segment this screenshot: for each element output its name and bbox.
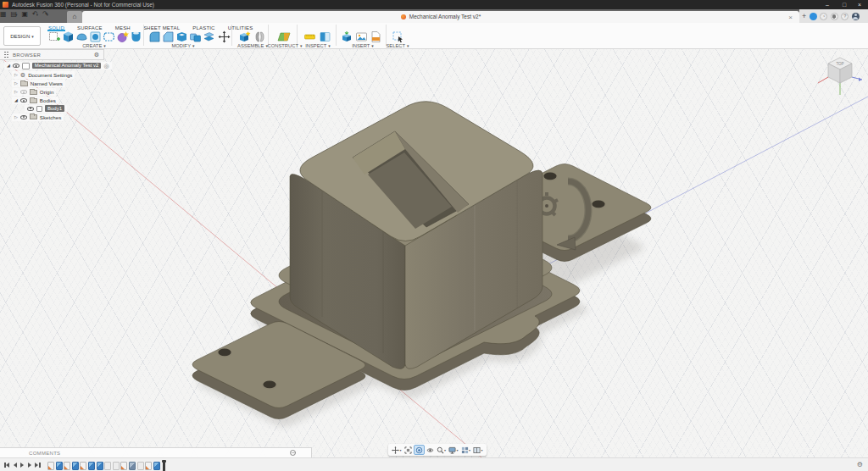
data-panel-grid-icon[interactable]: ▦ xyxy=(0,9,7,19)
chamfer-icon[interactable] xyxy=(162,30,175,43)
timeline-feature-11-hole-icon[interactable] xyxy=(129,462,136,470)
insert-derive-icon[interactable] xyxy=(341,30,353,43)
timeline-feature-3-sketch-icon[interactable] xyxy=(64,462,70,470)
display-settings[interactable]: ▾ xyxy=(448,445,459,455)
timeline-feature-7-extrude-icon[interactable] xyxy=(97,462,103,470)
create-sketch-icon[interactable] xyxy=(48,30,61,43)
collapse-icon[interactable]: ▷ xyxy=(14,71,18,79)
go-to-end-button[interactable] xyxy=(35,463,40,468)
tab-solid[interactable]: SOLID xyxy=(47,25,65,30)
timeline-settings-gear-icon[interactable]: ⚙ xyxy=(857,461,863,468)
grid-and-snaps[interactable]: ▾ xyxy=(460,445,472,455)
timeline-feature-14-extrude-icon[interactable] xyxy=(153,462,160,470)
visibility-eye-icon[interactable] xyxy=(20,98,27,103)
home-tab[interactable]: ⌂ xyxy=(67,11,82,23)
timeline-feature-6-extrude-icon[interactable] xyxy=(88,462,95,470)
row-label[interactable]: Named Views xyxy=(31,80,63,86)
timeline-feature-9-plane-icon[interactable] xyxy=(113,462,120,470)
redo-icon[interactable]: ↷▾ xyxy=(42,9,48,20)
coil-icon[interactable] xyxy=(116,30,129,43)
row-label[interactable]: Sketches xyxy=(40,114,61,120)
collapse-icon[interactable]: ▷ xyxy=(14,80,18,87)
browser-row-sketches[interactable]: ▷ Sketches xyxy=(12,114,64,121)
job-status-icon[interactable] xyxy=(810,13,817,20)
3d-viewport[interactable] xyxy=(0,49,868,471)
construct-plane-icon[interactable] xyxy=(276,30,292,43)
close-tab-icon[interactable]: × xyxy=(788,14,793,21)
extrude-icon[interactable] xyxy=(62,30,75,43)
new-component-icon[interactable] xyxy=(238,30,251,43)
select-group-label[interactable]: SELECT xyxy=(379,43,416,48)
combine-icon[interactable] xyxy=(189,30,202,43)
insert-image-icon[interactable] xyxy=(355,30,368,43)
browser-row-root[interactable]: ◢ Mechanical Anomaly Test v2 ◎ xyxy=(4,62,112,69)
hole-icon[interactable] xyxy=(130,30,142,43)
browser-row-body1[interactable]: Body1 xyxy=(25,105,67,113)
timeline-position-marker[interactable] xyxy=(163,461,165,471)
timeline-feature-1-sketch-icon[interactable] xyxy=(47,462,54,470)
maximize-button[interactable]: □ xyxy=(837,1,851,8)
tab-plastic[interactable]: PLASTIC xyxy=(192,25,215,30)
timeline-feature-12-plane-icon[interactable] xyxy=(137,462,144,470)
revolve-icon[interactable] xyxy=(89,30,102,43)
insert-dxf-icon[interactable] xyxy=(370,30,382,43)
browser-row-named-views[interactable]: ▷ Named Views xyxy=(12,80,65,87)
section-analysis-icon[interactable] xyxy=(319,30,331,43)
row-label[interactable]: Origin xyxy=(40,89,54,95)
expand-icon[interactable]: ◢ xyxy=(7,62,10,69)
look-at-tool[interactable] xyxy=(426,445,435,455)
close-button[interactable]: × xyxy=(853,1,866,8)
measure-icon[interactable] xyxy=(303,30,316,43)
body1-label[interactable]: Body1 xyxy=(45,105,64,112)
timeline-feature-2-extrude-icon[interactable] xyxy=(56,462,63,470)
create-group-label[interactable]: CREATE xyxy=(72,43,116,48)
timeline-feature-13-sketch-icon[interactable] xyxy=(145,462,152,470)
offset-face-icon[interactable] xyxy=(203,30,215,43)
browser-row-origin[interactable]: ▷ Origin xyxy=(12,88,56,96)
joint-icon[interactable] xyxy=(253,30,266,43)
expand-icon[interactable]: ◢ xyxy=(14,97,18,104)
pan-tool[interactable]: ▾ xyxy=(391,445,403,455)
play-button[interactable] xyxy=(20,463,24,468)
form-icon[interactable] xyxy=(75,30,88,43)
visibility-eye-icon[interactable] xyxy=(20,115,27,119)
clock-icon[interactable]: ◔ xyxy=(820,13,827,20)
timeline-feature-4-extrude-icon[interactable] xyxy=(72,462,79,470)
new-tab-button[interactable]: + xyxy=(802,12,806,20)
tab-mesh[interactable]: MESH xyxy=(114,25,131,30)
collapse-icon[interactable]: ▷ xyxy=(14,88,18,96)
minimize-button[interactable]: – xyxy=(821,1,834,8)
fit-tool[interactable] xyxy=(403,445,413,455)
modify-group-label[interactable]: MODIFY xyxy=(161,43,205,48)
insert-group-label[interactable]: INSERT xyxy=(343,43,382,48)
viewports[interactable]: ▾ xyxy=(472,445,484,455)
save-icon[interactable]: ▣ xyxy=(21,9,28,19)
visibility-eye-icon[interactable] xyxy=(13,64,19,68)
inspect-group-label[interactable]: INSPECT xyxy=(298,43,337,48)
file-menu-icon[interactable]: ▤▾ xyxy=(11,9,18,20)
go-to-start-button[interactable] xyxy=(4,463,9,468)
browser-gear-icon[interactable]: ⚙ xyxy=(94,52,99,58)
browser-header[interactable]: BROWSER ⚙ xyxy=(0,49,104,60)
browser-row-document-settings[interactable]: ▷ ⚙ Document Settings xyxy=(12,71,75,79)
visibility-eye-icon[interactable] xyxy=(20,90,27,94)
viewcube[interactable]: TOP xyxy=(815,51,865,98)
user-avatar[interactable] xyxy=(852,13,860,20)
model-body1[interactable] xyxy=(192,102,651,427)
tab-surface[interactable]: SURFACE xyxy=(76,25,103,30)
select-icon[interactable] xyxy=(392,30,404,43)
orbit-tool[interactable] xyxy=(414,445,425,455)
visibility-eye-icon[interactable] xyxy=(27,107,34,111)
activate-radio-icon[interactable]: ◎ xyxy=(103,62,108,69)
workspace-switcher[interactable]: DESIGN xyxy=(3,26,41,46)
notification-bell-icon[interactable] xyxy=(831,13,838,20)
shell-icon[interactable] xyxy=(175,30,188,43)
row-label[interactable]: Document Settings xyxy=(28,72,72,78)
timeline-feature-5-sketch-icon[interactable] xyxy=(80,462,86,470)
timeline-feature-8-plane-icon[interactable] xyxy=(104,462,111,470)
tab-sheet-metal[interactable]: SHEET METAL xyxy=(142,25,181,30)
step-forward-button[interactable] xyxy=(28,463,31,468)
move-icon[interactable] xyxy=(218,30,231,43)
undo-icon[interactable]: ↶▾ xyxy=(32,9,38,20)
root-document-label[interactable]: Mechanical Anomaly Test v2 xyxy=(32,63,102,69)
